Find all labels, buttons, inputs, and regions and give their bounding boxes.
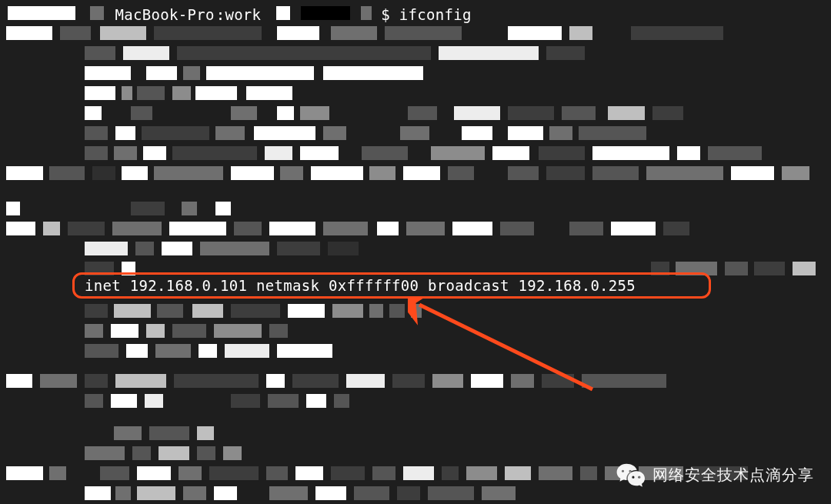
watermark: 网络安全技术点滴分享 [616, 462, 814, 487]
wechat-icon [616, 462, 645, 487]
highlighted-line: inet 192.168.0.101 netmask 0xffffff00 br… [85, 277, 636, 294]
watermark-text: 网络安全技术点滴分享 [652, 465, 814, 486]
redaction-overlay [0, 0, 831, 504]
